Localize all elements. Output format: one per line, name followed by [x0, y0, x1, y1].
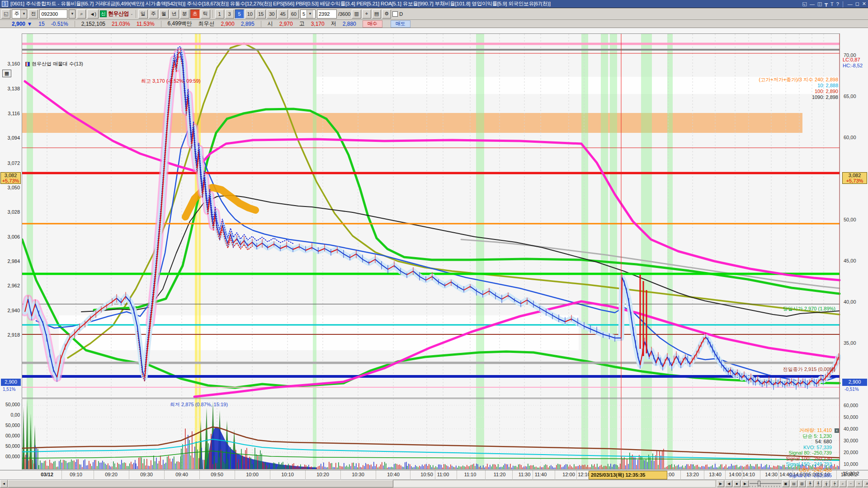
interval-button-60[interactable]: 60 — [289, 9, 299, 19]
period-button-주[interactable]: 주 — [149, 9, 158, 19]
buy-button[interactable]: 매수 — [363, 20, 382, 28]
high-label: 고 — [299, 20, 305, 28]
text-tool-icon[interactable]: T — [830, 1, 834, 7]
play-icon[interactable]: ▶ — [717, 480, 724, 487]
zoom-in-icon[interactable]: + — [855, 480, 863, 487]
axis-label: 3,006 — [0, 234, 20, 239]
scroll-left-button[interactable]: ◂ — [0, 480, 8, 488]
period-button-일[interactable]: 일 — [138, 9, 148, 19]
bottom-bar: ◂ ▶◀■▶▣▤▧╄╀╁┾⌕−+A — [0, 480, 868, 488]
sell-button[interactable]: 매도 — [391, 20, 410, 28]
current-pct-left: 1,51% — [3, 387, 15, 392]
period-buttons: 일주월년분초틱 — [138, 9, 210, 19]
crosshair-icon[interactable]: ⌖ — [362, 9, 371, 19]
axis-label: 3,138 — [0, 86, 20, 91]
d-checkbox[interactable] — [392, 11, 398, 17]
rows-icon[interactable]: ▤ — [790, 480, 797, 487]
data-grid-button[interactable]: ▦ — [2, 70, 11, 77]
hc-label: HC:-8,52 — [843, 63, 863, 68]
scrollbar-thumb[interactable] — [8, 480, 393, 488]
bar-count-input[interactable] — [317, 9, 337, 19]
chevron-down-icon[interactable]: ▼ — [20, 10, 27, 18]
prev-stock-button[interactable]: 전 — [28, 9, 38, 19]
close-icon[interactable]: ✕ — [862, 1, 866, 7]
period-low-annotation: 최저 2,875 (0.87%, 15:19) — [170, 401, 228, 408]
interval-button-45[interactable]: 45 — [278, 9, 288, 19]
magnify-icon[interactable]: ⌕ — [839, 480, 846, 487]
change-percent: -0.51% — [51, 21, 68, 27]
sub-interval-select[interactable]: 5 ▼ — [300, 9, 316, 19]
stock-code-input[interactable] — [39, 9, 67, 19]
tick-divider — [680, 470, 681, 480]
time-tick: 11:20 — [494, 472, 506, 477]
axis-label: 65,00 — [844, 94, 856, 99]
collapse-icon[interactable]: — — [810, 1, 815, 7]
time-tick: 10:40 — [387, 472, 400, 477]
title-bar: 1 [0601] 주식종합차트 - 유통비율[65.7] 거래대금[6,499(… — [0, 0, 868, 8]
low-label: 저 — [331, 20, 336, 28]
interval-button-10[interactable]: 10 — [245, 9, 255, 19]
tick-divider — [704, 470, 704, 480]
stock-chart-window: 1 [0601] 주식종합차트 - 유통비율[65.7] 거래대금[6,499(… — [0, 0, 868, 488]
duplicate-icon[interactable]: ◫ — [817, 1, 822, 7]
period-button-년[interactable]: 년 — [170, 9, 179, 19]
chevron-down-icon[interactable]: ▼ — [307, 10, 313, 18]
tick-divider — [836, 470, 837, 480]
legend-line: Signal 150: -249,793 — [786, 461, 832, 467]
code-dropdown-icon[interactable]: ▼ — [69, 9, 75, 19]
step-forward-icon[interactable]: ▶ — [741, 480, 749, 487]
axis-label: 2,984 — [0, 258, 20, 264]
interval-button-5[interactable]: 5 — [235, 9, 244, 19]
help-icon[interactable]: ? — [836, 1, 839, 7]
axis-label: 3,116 — [0, 111, 20, 116]
tick-divider — [760, 470, 760, 480]
tick-divider — [94, 470, 94, 480]
axis-label: 00,000 — [0, 454, 20, 459]
pattern-icon[interactable]: ▧ — [798, 480, 806, 487]
interval-button-3[interactable]: 3 — [225, 9, 234, 19]
stop-icon[interactable]: ■ — [733, 480, 741, 487]
hline-tool-icon[interactable]: ╁ — [823, 480, 830, 487]
chart-canvas[interactable] — [22, 28, 841, 470]
zoom-slider[interactable] — [750, 480, 781, 487]
interval-button-30[interactable]: 30 — [267, 9, 277, 19]
layout-icon[interactable]: ▣ — [782, 480, 789, 487]
search-icon[interactable]: ⌕ — [77, 9, 86, 19]
sound-icon[interactable]: ◄) — [87, 9, 99, 19]
legend-line: Signal 24: -252,885 — [786, 473, 832, 479]
save-icon[interactable]: ▤ — [372, 9, 381, 19]
maximize-icon[interactable]: ◻ — [855, 1, 859, 7]
period-button-분[interactable]: 분 — [180, 9, 189, 19]
scrollbar-track[interactable] — [393, 480, 716, 488]
chart-area[interactable]: 현우산업 매물대 수(13) ▦ 3,1603,1383,1163,0943,0… — [0, 28, 868, 470]
pin-icon[interactable]: ┳ — [825, 1, 828, 7]
vline-tool-icon[interactable]: ╀ — [815, 480, 822, 487]
indicator-swatch-icon — [25, 62, 30, 66]
trend-tool-icon[interactable]: ╄ — [807, 480, 814, 487]
cross-tool-icon[interactable]: ┾ — [831, 480, 838, 487]
period-button-초[interactable]: 초 — [190, 9, 200, 19]
popout-icon[interactable]: ◱ — [802, 1, 807, 7]
stock-name-dropdown-icon[interactable]: ⌄ — [130, 12, 133, 16]
period-button-틱[interactable]: 틱 — [201, 9, 210, 19]
tick-divider — [742, 470, 742, 480]
down-arrow-icon: ▼ — [27, 21, 32, 27]
step-back-icon[interactable]: ◀ — [725, 480, 732, 487]
period-button-월[interactable]: 월 — [159, 9, 169, 19]
price-volume-icon[interactable]: ▥ — [352, 9, 361, 19]
tick-divider — [340, 470, 341, 480]
tick-divider — [725, 470, 726, 480]
axis-label: 10,000 — [844, 461, 858, 467]
axis-label: 50,000 — [0, 402, 20, 407]
period-select[interactable]: 주 ▼ — [12, 9, 27, 19]
settings-icon[interactable]: ⚙ — [382, 9, 391, 19]
axis-label: 50,000 — [0, 422, 20, 428]
panel-collapse-button[interactable]: x — [835, 428, 839, 433]
zoom-out-icon[interactable]: − — [847, 480, 854, 487]
interval-button-15[interactable]: 15 — [256, 9, 266, 19]
time-tick: 10:00 — [246, 472, 259, 477]
auto-scale-icon[interactable]: A — [863, 480, 868, 487]
minimize-icon[interactable]: — — [848, 1, 853, 7]
interval-button-1[interactable]: 1 — [215, 9, 224, 19]
window-restore-button[interactable]: ◱ — [1, 9, 10, 19]
